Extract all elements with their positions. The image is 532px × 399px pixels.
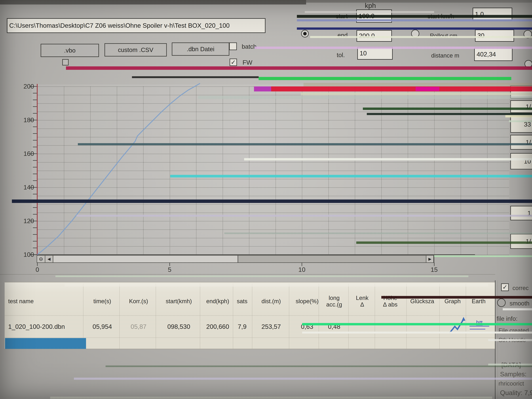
start-label: start xyxy=(336,13,348,20)
graph-icon[interactable] xyxy=(448,316,468,336)
edge-radio-top[interactable] xyxy=(524,30,532,38)
speed-curve xyxy=(32,79,515,266)
side-field[interactable]: 1/ xyxy=(510,135,532,150)
table-header-long-acc-g[interactable]: long acc.(g xyxy=(320,288,348,314)
file-info-line2: Sth Heade xyxy=(499,337,526,343)
side-field[interactable]: 33 xyxy=(510,116,532,133)
batch-label: batch xyxy=(242,43,257,50)
file-info-line3: rhricoorict xyxy=(499,380,524,387)
column-separator xyxy=(406,284,407,349)
smooth-radio[interactable] xyxy=(497,298,506,307)
chart-horizontal-scrollbar[interactable]: ⊖ ◄ ► xyxy=(37,255,434,263)
column-separator xyxy=(319,284,319,349)
smooth-label: smooth xyxy=(510,300,530,307)
table-cell[interactable]: 0,48 xyxy=(320,317,348,336)
table-cell[interactable]: 05,954 xyxy=(84,317,120,336)
table-header-graph[interactable]: Graph xyxy=(441,288,464,314)
scroll-left-icon[interactable]: ◄ xyxy=(45,256,53,262)
table-cell[interactable]: 200,660 xyxy=(201,317,234,336)
scroll-right-icon[interactable]: ► xyxy=(426,256,434,262)
earth-link-text: htt xyxy=(476,319,483,326)
table-header-test-name[interactable]: test name xyxy=(5,288,83,314)
file-path-input[interactable]: C:\Users\Thomas\Desktop\C7 Z06 weiss\Ohn… xyxy=(7,18,266,33)
table-cell[interactable]: 05,87 xyxy=(121,317,156,336)
scrollbar-thumb[interactable] xyxy=(53,256,238,262)
vbo-option-checkbox[interactable] xyxy=(62,59,69,65)
file-info-title: file info: xyxy=(497,315,518,322)
table-cell[interactable]: 7,9 xyxy=(234,317,250,336)
vbo-button-label: .vbo xyxy=(64,47,76,54)
custom-csv-import-button[interactable]: custom .CSV xyxy=(105,43,167,57)
table-cell[interactable] xyxy=(376,317,404,336)
quality-line: Quality: 7,9 xyxy=(500,389,532,397)
side-field[interactable]: 1 xyxy=(510,206,532,220)
rollout-value: 30 xyxy=(477,32,484,39)
table-border-top xyxy=(5,282,495,282)
table-header-dist-m-[interactable]: dist.(m) xyxy=(253,288,289,314)
earth-link[interactable]: htt xyxy=(469,319,489,326)
kph-unit-label: kph xyxy=(365,2,376,10)
x-tick-label: 5 xyxy=(162,266,177,273)
vbo-import-button[interactable]: .vbo xyxy=(41,44,99,57)
samples-line: Samples: xyxy=(500,371,526,378)
glitch-bar xyxy=(66,66,532,70)
table-header-gl-cksza[interactable]: Glücksza xyxy=(408,288,437,314)
rollout-input[interactable]: 30 xyxy=(475,30,514,42)
x-tick-label: 0 xyxy=(29,266,45,273)
table-top-separator xyxy=(0,274,495,275)
column-separator xyxy=(156,284,156,349)
table-cell[interactable]: 253,57 xyxy=(253,317,289,336)
start-kmh-input[interactable]: 1.0 xyxy=(473,8,512,21)
dbn-button-label: .dbn Datei xyxy=(187,45,214,53)
correct-checkbox[interactable] xyxy=(501,283,509,291)
y-tick-label: 200 xyxy=(12,83,34,90)
data-section-tag: [DATA] xyxy=(501,361,521,368)
tolerance-input[interactable]: 10 xyxy=(357,47,393,60)
table-header-lenk-[interactable]: Lenk Δ xyxy=(350,288,375,314)
custom-csv-button-label: custom .CSV xyxy=(118,46,153,53)
side-field[interactable]: 1/ xyxy=(510,234,532,249)
end-speed-input[interactable]: 200.0 xyxy=(356,30,392,42)
dbn-import-button[interactable]: .dbn Datei xyxy=(172,43,229,56)
table-cell[interactable] xyxy=(350,317,375,336)
zoom-out-glyph: ⊖ xyxy=(39,256,43,262)
y-tick-label: 140 xyxy=(12,184,34,191)
glitch-bar xyxy=(55,276,469,277)
table-header-h-he-abs[interactable]: Höhe Δ abs xyxy=(376,288,404,314)
table-cell[interactable]: 1_020_100-200.dbn xyxy=(5,317,83,336)
table-cell[interactable] xyxy=(408,317,437,336)
table-header-end-kph-[interactable]: end(kph) xyxy=(201,288,234,314)
edge-radio-bottom[interactable] xyxy=(525,60,532,68)
fw-checkbox[interactable] xyxy=(230,59,237,66)
table-header-underline xyxy=(5,315,495,316)
distance-label: distance m xyxy=(431,52,459,59)
end-label: end xyxy=(337,32,348,39)
table-header-sats[interactable]: sats xyxy=(234,288,250,314)
table-header-start-kmh-[interactable]: start(kmh) xyxy=(157,288,201,314)
glitch-bar xyxy=(106,366,532,367)
column-separator xyxy=(439,284,440,349)
y-tick-label: 100 xyxy=(12,251,34,258)
table-cell[interactable]: 0,63 xyxy=(290,317,324,336)
start-speed-input[interactable]: 100.0 xyxy=(356,10,392,23)
table-header-korr-s-[interactable]: Korr.(s) xyxy=(121,288,156,314)
batch-checkbox[interactable] xyxy=(229,43,237,50)
side-field[interactable]: 1/ xyxy=(510,100,532,113)
selected-row-cell[interactable] xyxy=(5,338,86,349)
column-separator xyxy=(119,284,120,349)
table-header-time-s-[interactable]: time(s) xyxy=(84,288,120,314)
side-field[interactable] xyxy=(510,86,532,98)
rollout-radio[interactable] xyxy=(411,30,419,38)
side-field[interactable]: 10 xyxy=(510,153,532,169)
mode-radio-selected[interactable] xyxy=(301,30,309,38)
column-separator xyxy=(348,284,348,349)
distance-input[interactable]: 402,34 xyxy=(474,48,513,61)
x-tick-label: 10 xyxy=(294,266,310,273)
table-cell[interactable]: 098,530 xyxy=(157,317,201,336)
table-header-earth[interactable]: Earth xyxy=(467,288,490,314)
x-tick-label: 15 xyxy=(426,266,442,273)
zoom-out-icon[interactable]: ⊖ xyxy=(37,256,45,262)
column-separator xyxy=(289,284,289,349)
scroll-left-glyph: ◄ xyxy=(47,256,52,262)
file-info-line1: File created xyxy=(499,327,529,334)
